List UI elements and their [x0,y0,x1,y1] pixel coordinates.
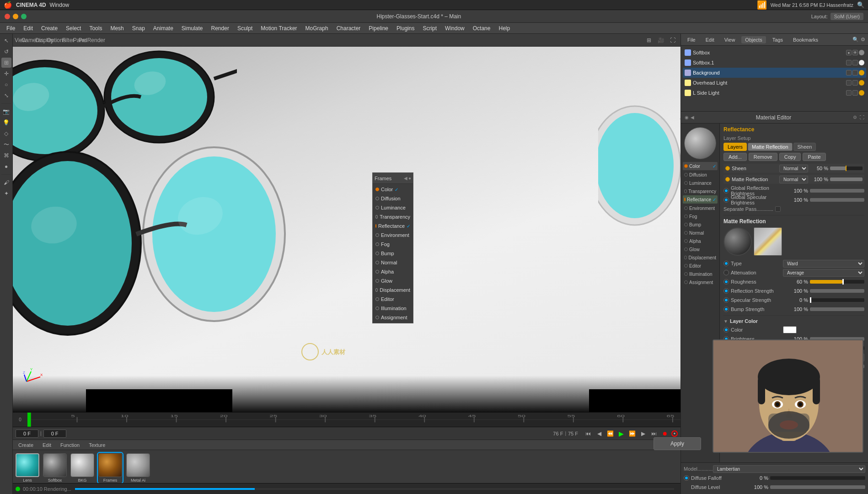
obj-ctrl-bg-render[interactable] [846,70,852,75]
mat-ch-editorx[interactable]: Editor [683,262,718,270]
menu-select[interactable]: Select [62,24,85,32]
mat-editor-close[interactable]: ◉ [685,115,689,120]
sidebar-spline[interactable]: 〜 [1,140,11,150]
mat-editor-expand-icon[interactable]: ⛶ [860,115,864,120]
obj-ctrl-bg-color[interactable] [859,70,864,75]
global-refl-radio[interactable] [723,188,729,193]
mat-metalai[interactable]: Metal Ai [126,453,150,483]
obj-softbox[interactable]: Softbox ● 👁 [683,48,866,58]
obj-softbox1[interactable]: Softbox.1 [683,58,866,68]
tool-options[interactable]: Options [51,35,61,45]
frame-item-glow[interactable]: Glow [374,276,412,285]
mat-ch-assignment[interactable]: Assignment [683,278,718,286]
transport-prev-start[interactable]: ⏮ [584,429,593,438]
mat-texture-btn[interactable]: Texture [86,441,108,449]
matte-mode[interactable]: Normal [779,176,808,183]
mat-ch-illumination[interactable]: Illumination [683,270,718,278]
mat-function-btn[interactable]: Function [58,441,82,449]
frame-item-bump[interactable]: Bump [374,249,412,258]
obj-tab-edit[interactable]: Edit [702,36,718,43]
refl-str-bar[interactable] [810,289,864,293]
tab-sheen[interactable]: Sheen [793,143,816,151]
mat-ch-diffusion[interactable]: Diffusion [683,171,718,179]
obj-ctrl-ls-vis[interactable] [852,90,858,96]
sidebar-move[interactable]: ✛ [1,69,11,79]
mat-ch-transparency[interactable]: Transparency [683,187,718,195]
obj-ctrl-ls-color[interactable] [859,90,864,96]
global-spec-bar[interactable] [810,198,864,202]
transport-prev-key[interactable]: ⏪ [605,429,615,438]
obj-background[interactable]: Background [683,68,866,78]
transport-next-key[interactable]: ⏩ [627,429,637,438]
tab-matte-reflection[interactable]: Matte Reflection [748,143,792,151]
mat-ch-displacement[interactable]: Displacement [683,253,718,262]
frame-item-transparency[interactable]: Transparency [374,212,412,221]
frame-item-editor[interactable]: Editor [374,295,412,304]
roughness-radio[interactable] [723,279,729,285]
menu-motiontracker[interactable]: Motion Tracker [257,24,300,32]
frame-item-fog[interactable]: Fog [374,240,412,249]
tool-camera-ctrl[interactable]: 🎥 [656,35,666,45]
frame-start-input[interactable] [16,430,38,438]
frame-item-assignment[interactable]: Assignment [374,313,412,322]
layout-selector[interactable]: SoM (User) [830,13,863,20]
tool-grid[interactable]: ⊞ [644,35,654,45]
frame-item-illumination[interactable]: Illumination [374,304,412,313]
obj-ctrl-ls-render[interactable] [846,90,852,96]
mat-ch-glow[interactable]: Glow [683,245,718,253]
menu-octane[interactable]: Octane [469,24,494,32]
diffuse-level-bar[interactable] [770,485,865,489]
obj-ctrl1-color[interactable] [859,60,864,65]
paste-layer-btn[interactable]: Paste [803,153,825,161]
sidebar-scale[interactable]: ⤡ [1,91,11,101]
separate-pass-checkbox[interactable] [775,206,781,212]
mat-lens[interactable]: Lens [16,453,39,483]
spec-str-radio[interactable] [723,297,729,303]
mat-ch-normalmap[interactable]: Normal [683,229,718,237]
timeline-ruler[interactable]: 5 10 15 20 25 30 35 40 45 [27,413,680,427]
lc-color-radio[interactable] [723,327,729,333]
obj-tab-view[interactable]: View [721,36,739,43]
sheen-mode[interactable]: Normal [779,165,808,172]
menu-render[interactable]: Render [208,24,233,32]
sidebar-light[interactable]: 💡 [1,118,11,128]
menu-window[interactable]: Window [441,24,468,32]
obj-tab-objects[interactable]: Objects [741,36,766,43]
mat-ch-luminance[interactable]: Luminance [683,179,718,187]
viewport-canvas[interactable]: X Y Z 人人素材 [13,47,680,412]
type-select[interactable]: Ward [783,260,864,268]
transport-prev-frame[interactable]: ◀ [595,429,604,438]
sidebar-select[interactable]: ⊞ [1,58,11,68]
sidebar-sculpt[interactable]: ✦ [1,188,11,199]
mat-ch-fog[interactable]: Fog [683,212,718,220]
sidebar-deform[interactable]: ⌘ [1,150,11,161]
obj-settings[interactable]: ⚙ [861,37,865,43]
model-select[interactable]: Lambertian [713,465,865,473]
frames-panel-btn1[interactable]: ◀ [404,176,407,181]
menu-animate[interactable]: Animate [150,24,177,32]
obj-ctrl-oh-color[interactable] [859,80,864,86]
frame-item-diffusion[interactable]: Diffusion [374,194,412,203]
sidebar-move-tool[interactable]: ↖ [1,36,11,46]
mat-editor-settings-icon[interactable]: ⚙ [853,115,857,120]
sidebar-poly[interactable]: ◇ [1,129,11,139]
sidebar-camera[interactable]: 📷 [1,107,11,117]
menu-help[interactable]: Help [495,24,514,32]
obj-ctrl-color[interactable] [859,50,864,55]
mat-ch-bump[interactable]: Bump [683,220,718,229]
maximize-btn[interactable] [21,14,27,19]
menu-plugins[interactable]: Plugins [393,24,418,32]
menu-simulate[interactable]: Simulate [178,24,207,32]
frame-item-alpha[interactable]: Alpha [374,267,412,276]
obj-ctrl1-vis[interactable] [852,60,858,65]
obj-ctrl-oh-render[interactable] [846,80,852,86]
matte-bar[interactable] [830,177,863,181]
mat-create-btn[interactable]: Create [16,441,36,449]
tool-prorender[interactable]: ProRender [87,35,97,45]
minimize-btn[interactable] [13,14,18,19]
obj-ctrl-oh-vis[interactable] [852,80,858,86]
frames-panel-btn2[interactable]: ● [408,176,411,181]
bump-str-bar[interactable] [810,307,864,311]
bump-str-radio[interactable] [723,306,729,312]
menu-create[interactable]: Create [38,24,61,32]
